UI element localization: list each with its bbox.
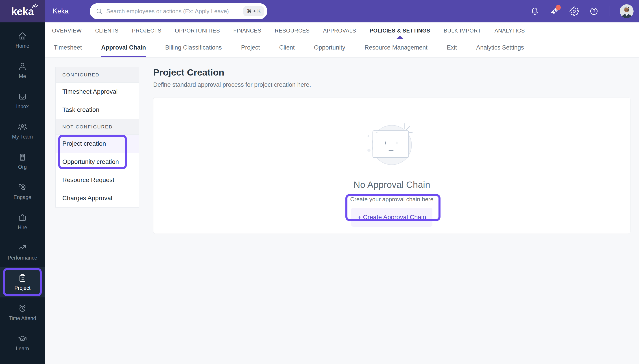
tab-overview[interactable]: OVERVIEW [52,22,82,39]
sidebar-item-time-attend[interactable]: Time Attend [0,298,45,328]
graduation-cap-icon [18,334,27,344]
sidebar-item-org[interactable]: Org [0,146,45,176]
subtab-opportunity[interactable]: Opportunity [314,39,345,58]
keka-wordmark: keka [11,6,34,16]
tab-clients[interactable]: CLIENTS [95,22,119,39]
panel-item-project-creation[interactable]: Project creation [56,135,139,153]
sidebar: keka Home Me Inbox [0,0,45,364]
empty-state-card: No Approval Chain Create your approval c… [153,97,630,234]
sidebar-item-engage[interactable]: Engage [0,176,45,207]
panel-item-opportunity-creation[interactable]: Opportunity creation [56,153,139,171]
content-area: CONFIGURED Timesheet Approval Task creat… [45,58,639,364]
user-avatar[interactable] [620,4,633,18]
user-icon [18,62,27,71]
page-title: Project Creation [153,67,630,78]
search-shortcut-badge: ⌘ + K [243,6,264,16]
subtab-timesheet[interactable]: Timesheet [54,39,82,58]
sidebar-item-home[interactable]: Home [0,25,45,55]
tab-opportunities[interactable]: OPPORTUNITIES [175,22,220,39]
spark-icon [32,2,38,8]
sub-nav: Timesheet Approval Chain Billing Classif… [45,39,639,58]
inbox-icon [18,92,27,101]
tab-approvals[interactable]: APPROVALS [323,22,356,39]
sidebar-item-me[interactable]: Me [0,55,45,86]
subtab-billing-classifications[interactable]: Billing Classifications [165,39,222,58]
clipboard-icon [18,274,27,283]
tab-projects[interactable]: PROJECTS [132,22,161,39]
panel-item-charges-approval[interactable]: Charges Approval [56,189,139,207]
empty-state-subtitle: Create your approval chain here [350,196,433,203]
sidebar-item-label: Time Attend [9,315,36,322]
sidebar-item-label: Home [16,43,29,49]
chat-heart-icon [18,183,27,192]
empty-state-title: No Approval Chain [353,180,430,190]
building-icon [18,152,27,162]
subtab-resource-management[interactable]: Resource Management [364,39,427,58]
sidebar-item-performance[interactable]: Performance [0,237,45,267]
sidebar-item-learn[interactable]: Learn [0,328,45,358]
tab-bulk-import[interactable]: BULK IMPORT [444,22,481,39]
whats-new-rocket-icon[interactable] [550,6,559,16]
settings-gear-icon[interactable] [569,6,579,16]
tab-finances[interactable]: FINANCES [233,22,261,39]
tab-resources[interactable]: RESOURCES [275,22,310,39]
panel-item-timesheet-approval[interactable]: Timesheet Approval [56,83,139,101]
sidebar-item-project[interactable]: Project [0,267,45,298]
app-title: Keka [53,7,69,15]
briefcase-icon [18,213,27,222]
search-icon [96,8,103,15]
team-icon [18,122,27,132]
page-subtitle: Define standard approval process for pro… [153,81,630,88]
tab-policies-settings[interactable]: POLICIES & SETTINGS [370,22,430,39]
tab-label: POLICIES & SETTINGS [370,28,430,34]
sidebar-item-label: Learn [16,346,29,352]
alarm-clock-icon [18,304,27,313]
notifications-bell-icon[interactable] [530,6,539,16]
panel-item-resource-request[interactable]: Resource Request [56,171,139,189]
sidebar-item-label: My Team [12,134,33,140]
sidebar-item-inbox[interactable]: Inbox [0,86,45,116]
sidebar-item-label: Performance [8,255,37,261]
sidebar-item-label: Engage [14,194,31,200]
sidebar-item-label: Me [19,73,26,79]
approval-chain-list-panel: CONFIGURED Timesheet Approval Task creat… [56,67,139,208]
topbar: Keka ⌘ + K [45,0,639,22]
create-approval-chain-button[interactable]: + Create Approval Chain [351,208,432,226]
main-nav: OVERVIEW CLIENTS PROJECTS OPPORTUNITIES … [45,22,639,39]
subtab-project[interactable]: Project [241,39,260,58]
trend-up-icon [18,243,27,252]
panel-section-header-configured: CONFIGURED [56,67,139,83]
sidebar-nav: Home Me Inbox My Team Org [0,25,45,358]
panel-section-header-not-configured: NOT CONFIGURED [56,119,139,135]
sidebar-item-label: Hire [18,224,27,231]
subtab-analytics-settings[interactable]: Analytics Settings [476,39,524,58]
subtab-approval-chain[interactable]: Approval Chain [101,39,146,58]
topbar-divider [609,6,609,16]
tab-analytics[interactable]: ANALYTICS [494,22,525,39]
sidebar-item-label: Org [18,164,27,170]
sidebar-item-my-team[interactable]: My Team [0,116,45,146]
sidebar-item-hire[interactable]: Hire [0,207,45,237]
global-search: ⌘ + K [90,3,267,19]
topbar-icons [530,0,633,22]
sidebar-item-label: Inbox [16,104,29,110]
help-icon[interactable] [589,6,599,16]
empty-state-illustration [366,121,417,168]
home-icon [18,32,27,41]
main-column: Project Creation Define standard approva… [153,58,630,234]
panel-item-task-creation[interactable]: Task creation [56,101,139,119]
sidebar-item-label: Project [14,285,31,291]
subtab-client[interactable]: Client [279,39,295,58]
notification-dot [555,5,561,10]
search-input[interactable] [103,8,243,15]
active-tab-pointer [396,36,403,39]
subtab-exit[interactable]: Exit [447,39,457,58]
keka-logo[interactable]: keka [0,0,45,22]
keka-wordmark-text: keka [11,6,34,17]
app-root: { "topbar": { "brand": "keka", "app_titl… [0,0,639,364]
